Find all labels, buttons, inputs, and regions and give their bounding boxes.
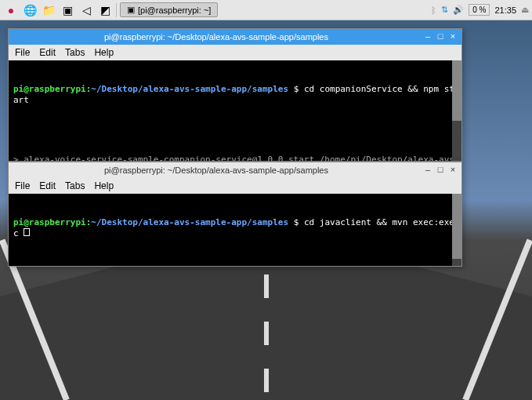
task-title: [pi@raspberrypi: ~] [138, 5, 211, 15]
cursor [24, 228, 30, 236]
menu-bar: File Edit Tabs Help [9, 45, 461, 60]
minimize-button[interactable]: – [422, 165, 433, 176]
terminal-window-1: pi@raspberrypi: ~/Desktop/alexa-avs-samp… [8, 28, 462, 162]
web-icon[interactable]: 🌐 [22, 2, 38, 18]
volume-icon[interactable]: 🔊 [453, 5, 464, 15]
network-icon[interactable]: ⇅ [441, 5, 448, 15]
taskbar: ● 🌐 📁 ▣ ◁ ◩ ▣ [pi@raspberrypi: ~] ᛒ ⇅ 🔊 … [0, 0, 532, 20]
window-title: pi@raspberrypi: ~/Desktop/alexa-avs-samp… [12, 165, 421, 175]
titlebar[interactable]: pi@raspberrypi: ~/Desktop/alexa-avs-samp… [9, 162, 461, 178]
menu-edit[interactable]: Edit [39, 180, 56, 191]
menu-file[interactable]: File [15, 47, 30, 58]
clock[interactable]: 21:35 [494, 5, 516, 15]
prompt-user: pi@raspberrypi [13, 217, 86, 227]
eject-icon[interactable]: ⏏ [521, 5, 529, 15]
taskbar-task[interactable]: ▣ [pi@raspberrypi: ~] [120, 2, 218, 17]
terminal-output[interactable]: pi@raspberrypi:~/Desktop/alexa-avs-sampl… [9, 194, 461, 266]
close-button[interactable]: × [447, 31, 458, 42]
close-button[interactable]: × [447, 165, 458, 176]
menu-help[interactable]: Help [94, 180, 114, 191]
files-icon[interactable]: 📁 [41, 2, 56, 18]
menu-help[interactable]: Help [94, 47, 114, 58]
battery-indicator[interactable]: 0 % [469, 4, 490, 16]
scrollbar[interactable] [452, 194, 461, 266]
app-icon-1[interactable]: ◁ [78, 2, 94, 18]
menu-icon[interactable]: ● [3, 2, 19, 18]
prompt-path: ~/Desktop/alexa-avs-sample-app/samples [91, 84, 288, 94]
menu-file[interactable]: File [15, 180, 30, 191]
minimize-button[interactable]: – [422, 31, 433, 42]
maximize-button[interactable]: □ [435, 165, 446, 176]
maximize-button[interactable]: □ [435, 31, 446, 42]
terminal-window-2: pi@raspberrypi: ~/Desktop/alexa-avs-samp… [8, 162, 462, 267]
bluetooth-icon[interactable]: ᛒ [431, 5, 436, 15]
prompt-path: ~/Desktop/alexa-avs-sample-app/samples [91, 217, 288, 227]
window-title: pi@raspberrypi: ~/Desktop/alexa-avs-samp… [12, 32, 421, 42]
terminal-output[interactable]: pi@raspberrypi:~/Desktop/alexa-avs-sampl… [9, 60, 461, 161]
menu-tabs[interactable]: Tabs [65, 180, 85, 191]
titlebar[interactable]: pi@raspberrypi: ~/Desktop/alexa-avs-samp… [9, 29, 461, 45]
prompt-user: pi@raspberrypi [13, 84, 86, 94]
output-line: > alexa-voice-service-sample-companion-s… [13, 155, 457, 161]
menu-bar: File Edit Tabs Help [9, 178, 461, 194]
menu-edit[interactable]: Edit [39, 47, 56, 58]
terminal-small-icon: ▣ [127, 5, 135, 15]
menu-tabs[interactable]: Tabs [65, 47, 85, 58]
scrollbar[interactable] [452, 60, 461, 161]
app-icon-2[interactable]: ◩ [97, 2, 113, 18]
terminal-icon[interactable]: ▣ [60, 2, 75, 18]
